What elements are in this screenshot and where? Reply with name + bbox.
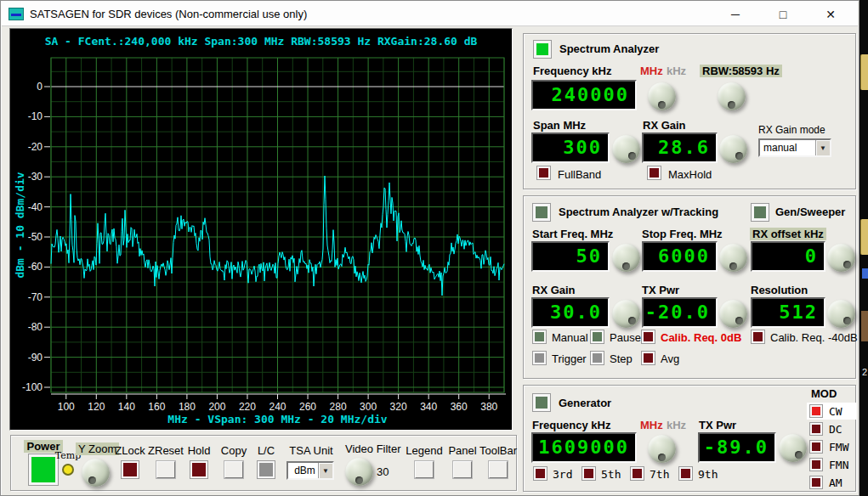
video-filter-knob[interactable]: [345, 458, 373, 486]
maximize-button[interactable]: □: [759, 2, 807, 26]
gen-frequency-display[interactable]: 1609000: [531, 432, 637, 463]
harmonic-3rd-checkbox[interactable]: [534, 467, 547, 480]
mod-option-fmn[interactable]: FMN: [807, 456, 856, 473]
sa-rx-gain-display[interactable]: 28.6: [642, 132, 718, 163]
tracking-tx-pwr-knob[interactable]: [719, 300, 747, 328]
app-window: SATSAGEN for SDR devices (Non-commercial…: [0, 0, 859, 496]
svg-text:240: 240: [269, 401, 286, 413]
zreset-button[interactable]: [156, 461, 175, 478]
window-title: SATSAGEN for SDR devices (Non-commercial…: [30, 8, 307, 20]
harmonic-3rd-label: 3rd: [553, 468, 572, 481]
app-icon: [9, 8, 24, 20]
sa-frequency-display[interactable]: 240000: [531, 80, 637, 110]
generator-indicator[interactable]: [533, 394, 550, 411]
mod-am-radio[interactable]: [810, 476, 822, 488]
bottom-toolbar: Power Temp Y Zoom ZLock ZReset Hold Copy: [10, 435, 517, 491]
maxhold-checkbox[interactable]: [648, 166, 661, 179]
mod-fmn-radio[interactable]: [810, 459, 822, 471]
mod-option-fmw[interactable]: FMW: [807, 438, 856, 455]
svg-text:-10: -10: [28, 110, 43, 122]
generator-section: Generator Frequency kHz MHz kHz TX Pwr 1…: [523, 385, 856, 492]
sa-unit-mhz-toggle[interactable]: MHz: [640, 65, 663, 77]
hold-checkbox[interactable]: [190, 461, 207, 478]
trigger-checkbox[interactable]: [533, 352, 546, 364]
lc-label: L/C: [258, 444, 275, 457]
rx-offset-knob[interactable]: [827, 244, 855, 272]
gen-sweeper-indicator[interactable]: [752, 204, 769, 221]
spectrum-chart[interactable]: 1001201401601802002202402602803003203403…: [10, 29, 513, 431]
calib-req-0db-label: Calib. Req. 0dB: [661, 331, 741, 344]
svg-text:MHz - VSpan: 300 MHz - 20 MHz/: MHz - VSpan: 300 MHz - 20 MHz/div: [167, 413, 387, 426]
sa-unit-khz-toggle[interactable]: kHz: [667, 65, 686, 77]
mod-label: MOD: [811, 387, 837, 400]
stop-freq-knob[interactable]: [719, 244, 747, 272]
legend-button[interactable]: [415, 461, 434, 478]
y-zoom-knob[interactable]: [82, 459, 110, 487]
rx-gain-mode-select[interactable]: manual ▼: [758, 138, 831, 157]
mod-fmw-radio[interactable]: [810, 441, 822, 453]
mod-option-cw[interactable]: CW: [807, 403, 856, 420]
sa-frequency-knob[interactable]: [648, 82, 676, 110]
tracking-rx-gain-display[interactable]: 30.0: [531, 297, 610, 328]
calib-req-40db-checkbox[interactable]: [752, 330, 764, 343]
avg-label: Avg: [661, 352, 679, 365]
harmonic-5th-checkbox[interactable]: [582, 467, 595, 480]
gen-tx-pwr-knob[interactable]: [779, 434, 807, 462]
spectrum-analyzer-indicator[interactable]: [534, 41, 551, 58]
tsa-unit-select[interactable]: dBm ▼: [286, 461, 334, 480]
avg-checkbox[interactable]: [642, 352, 655, 364]
svg-text:260: 260: [299, 401, 316, 413]
chevron-down-icon[interactable]: ▼: [815, 140, 830, 155]
start-freq-display[interactable]: 50: [531, 241, 610, 272]
gen-sweeper-title: Gen/Sweeper: [775, 206, 845, 218]
minimize-button[interactable]: ─: [712, 2, 759, 26]
mod-cw-radio[interactable]: [810, 405, 822, 417]
stop-freq-display[interactable]: 6000: [642, 241, 718, 272]
gen-unit-mhz-toggle[interactable]: MHz: [640, 419, 663, 431]
svg-text:-30: -30: [28, 171, 43, 183]
stop-freq-label: Stop Freq. MHz: [642, 228, 723, 240]
mod-option-am[interactable]: AM: [807, 474, 856, 491]
copy-button[interactable]: [224, 461, 243, 478]
tracking-rx-gain-knob[interactable]: [612, 300, 640, 328]
gen-frequency-knob[interactable]: [648, 435, 676, 463]
step-checkbox[interactable]: [591, 352, 604, 364]
sa-span-knob[interactable]: [612, 135, 640, 163]
panel-button[interactable]: [453, 461, 472, 478]
panel-label: Panel: [448, 444, 476, 457]
svg-text:-90: -90: [28, 352, 43, 364]
resolution-display[interactable]: 512: [751, 297, 825, 328]
desktop-folder-icon: [860, 54, 868, 90]
sa-rbw-knob[interactable]: [718, 82, 746, 110]
tracking-tx-pwr-display[interactable]: -20.0: [642, 297, 718, 328]
rx-offset-display[interactable]: 0: [751, 241, 825, 272]
sa-span-display[interactable]: 300: [531, 132, 610, 163]
resolution-knob[interactable]: [827, 300, 855, 328]
harmonic-7th-checkbox[interactable]: [631, 467, 644, 480]
rx-offset-label: RX offset kHz: [750, 228, 826, 240]
toolbar-button[interactable]: [489, 461, 508, 478]
chevron-down-icon[interactable]: ▼: [318, 463, 332, 478]
harmonic-9th-checkbox[interactable]: [679, 467, 692, 480]
manual-checkbox[interactable]: [533, 330, 546, 343]
gen-unit-khz-toggle[interactable]: kHz: [667, 419, 686, 431]
gen-tx-pwr-display[interactable]: -89.0: [698, 432, 776, 463]
sa-rx-gain-knob[interactable]: [719, 135, 747, 163]
fullband-checkbox[interactable]: [537, 166, 550, 179]
lc-checkbox[interactable]: [258, 461, 275, 478]
titlebar: SATSAGEN for SDR devices (Non-commercial…: [2, 2, 858, 26]
mod-dc-radio[interactable]: [810, 423, 822, 435]
tracking-indicator[interactable]: [533, 204, 550, 221]
rx-gain-mode-value: manual: [760, 140, 815, 155]
calib-req-0db-checkbox[interactable]: [642, 330, 655, 343]
trigger-label: Trigger: [552, 352, 587, 365]
tsa-unit-label: TSA Unit: [289, 444, 332, 457]
svg-text:220: 220: [239, 401, 256, 413]
svg-text:280: 280: [330, 401, 347, 413]
zlock-checkbox[interactable]: [122, 461, 139, 478]
pause-checkbox[interactable]: [591, 330, 604, 343]
svg-text:-50: -50: [28, 231, 43, 243]
close-button[interactable]: ✕: [807, 2, 854, 26]
start-freq-knob[interactable]: [612, 244, 640, 272]
mod-option-dc[interactable]: DC: [807, 420, 856, 437]
